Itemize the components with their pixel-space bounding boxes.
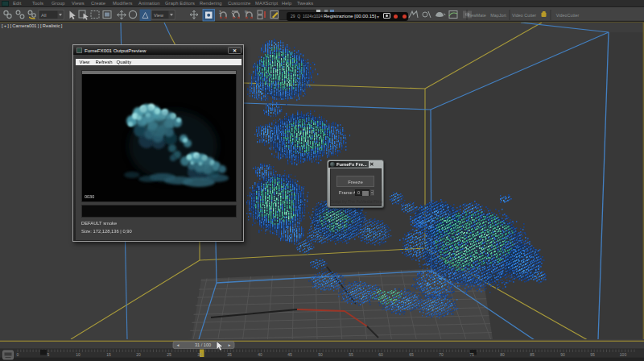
svg-text:85: 85 — [530, 352, 535, 357]
svg-text:60: 60 — [378, 352, 383, 357]
svg-text:VideoCutter: VideoCutter — [556, 13, 580, 18]
svg-text:50: 50 — [318, 352, 323, 357]
svg-text:90: 90 — [560, 352, 565, 357]
svg-text:31 / 100: 31 / 100 — [195, 342, 211, 347]
svg-text:3: 3 — [219, 10, 221, 15]
svg-text:100: 100 — [620, 352, 627, 357]
svg-text:All: All — [41, 13, 47, 18]
svg-text:MapJort: MapJort — [490, 13, 506, 18]
svg-text:30: 30 — [197, 352, 202, 357]
svg-text:◄: ◄ — [176, 343, 180, 347]
svg-text:80: 80 — [500, 352, 505, 357]
svg-text:20: 20 — [136, 352, 141, 357]
svg-text:0: 0 — [17, 352, 19, 357]
svg-text:ViewMate: ViewMate — [467, 13, 486, 18]
svg-text:25: 25 — [167, 352, 171, 357]
svg-text:95: 95 — [590, 352, 595, 357]
svg-text:View: View — [154, 13, 164, 18]
svg-text:45: 45 — [287, 352, 292, 357]
svg-text:65: 65 — [409, 352, 414, 357]
svg-text:75: 75 — [469, 352, 474, 357]
svg-text:%: % — [245, 10, 248, 15]
svg-text:15: 15 — [106, 352, 111, 357]
svg-text:10: 10 — [76, 352, 80, 357]
svg-text:55: 55 — [349, 352, 353, 357]
svg-text:Video Cutter: Video Cutter — [512, 13, 536, 18]
svg-text:40: 40 — [258, 352, 262, 357]
svg-text:5: 5 — [47, 352, 50, 357]
svg-text:35: 35 — [227, 352, 232, 357]
svg-text:70: 70 — [439, 352, 444, 357]
svg-text:►: ► — [228, 343, 232, 347]
